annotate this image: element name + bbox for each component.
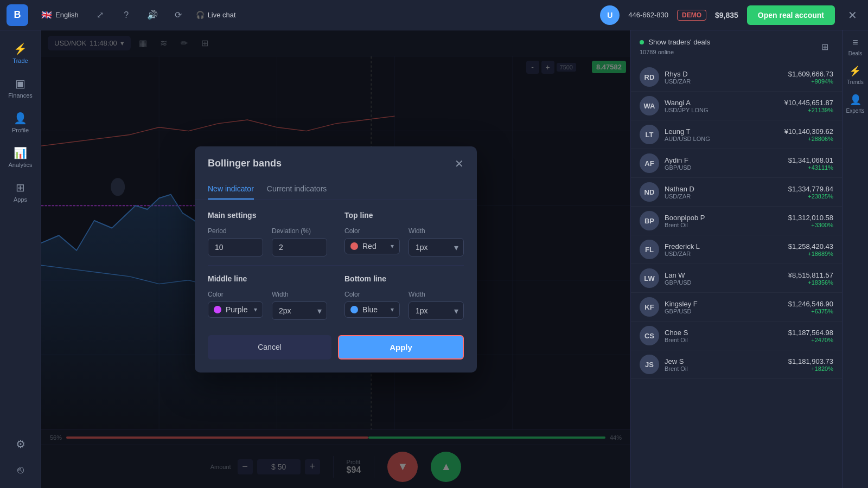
- trader-earnings: $1,246,546.90 +6375%: [788, 300, 833, 314]
- trader-pair: USD/ZAR: [665, 78, 783, 85]
- trader-name: Boonpipob P: [665, 214, 783, 222]
- sidebar-label-analytics: Analytics: [8, 162, 32, 168]
- trader-name: Rhys D: [665, 70, 783, 78]
- trader-info: Nathan D USD/ZAR: [665, 185, 783, 200]
- top-line-section: Top line Color Red ▾: [344, 211, 464, 256]
- gear-icon: ⚙: [16, 438, 25, 451]
- trader-earnings: $1,334,779.84 +23825%: [788, 185, 833, 200]
- middle-line-width-label: Width: [272, 291, 327, 298]
- trader-row: RD Rhys D USD/ZAR $1,609,666.73 +9094%: [631, 63, 842, 92]
- trader-info: Lan W GBP/USD: [665, 271, 783, 286]
- trader-amount: $1,312,010.58: [788, 214, 833, 222]
- settings-icon[interactable]: ⟳: [170, 7, 187, 24]
- trader-change: +43111%: [788, 164, 833, 171]
- bollinger-bands-modal: Bollinger bands ✕ New indicator Current …: [195, 146, 477, 373]
- sidebar-item-settings[interactable]: ⚙: [2, 432, 39, 456]
- far-right-item-experts[interactable]: 👤 Experts: [846, 94, 865, 114]
- tab-new-indicator[interactable]: New indicator: [208, 179, 254, 200]
- trader-row: CS Choe S Brent Oil $1,187,564.98 +2470%: [631, 322, 842, 350]
- deviation-field: Deviation (%): [272, 227, 327, 256]
- logo-icon[interactable]: B: [7, 4, 28, 26]
- trader-name: Wangi A: [665, 99, 779, 107]
- bottom-line-color-select[interactable]: Blue ▾: [344, 301, 400, 318]
- sidebar-item-profile[interactable]: 👤 Profile: [2, 106, 39, 139]
- trader-avatar: WA: [640, 96, 659, 115]
- trader-earnings: ¥10,140,309.62 +28806%: [784, 127, 833, 142]
- live-chat-button[interactable]: 🎧 Live chat: [196, 11, 236, 19]
- top-line-title: Top line: [344, 211, 464, 220]
- trader-name: Nathan D: [665, 185, 783, 193]
- volume-icon[interactable]: 🔊: [144, 7, 161, 24]
- traders-list: RD Rhys D USD/ZAR $1,609,666.73 +9094% W…: [631, 63, 842, 488]
- bottom-line-section: Bottom line Color Blue ▾: [344, 274, 464, 320]
- right-panel-header: Show traders' deals 10789 online ⊞: [631, 30, 842, 63]
- language-selector[interactable]: 🇬🇧 English: [37, 8, 83, 22]
- trader-change: +18689%: [788, 251, 833, 257]
- modal-footer: Cancel Apply: [195, 335, 477, 373]
- modal-close-button[interactable]: ✕: [455, 157, 464, 170]
- top-line-color-select[interactable]: Red ▾: [344, 238, 400, 254]
- trader-row: ND Nathan D USD/ZAR $1,334,779.84 +23825…: [631, 178, 842, 207]
- online-dot: [640, 40, 644, 44]
- period-label: Period: [208, 227, 263, 235]
- trader-row: BP Boonpipob P Brent Oil $1,312,010.58 +…: [631, 207, 842, 235]
- online-count: 10789 online: [640, 49, 674, 55]
- top-line-width-select[interactable]: 1px 2px 3px: [409, 238, 464, 256]
- apply-button[interactable]: Apply: [338, 335, 464, 359]
- sidebar-item-logout[interactable]: ⎋: [2, 458, 39, 481]
- cancel-button[interactable]: Cancel: [208, 335, 331, 359]
- trader-row: KF Kingsley F GBP/USD $1,246,546.90 +637…: [631, 293, 842, 322]
- trader-info: Aydin F GBP/USD: [665, 156, 783, 171]
- help-icon[interactable]: ?: [118, 7, 135, 24]
- trader-row: FL Frederick L USD/ZAR $1,258,420.43 +18…: [631, 235, 842, 264]
- period-input[interactable]: [208, 238, 263, 256]
- sidebar-item-finances[interactable]: ▣ Finances: [2, 72, 39, 104]
- bottom-line-color-label: Color: [344, 291, 400, 298]
- middle-line-title: Middle line: [208, 274, 327, 283]
- bottom-color-arrow: ▾: [391, 306, 394, 313]
- top-line-row: Color Red ▾ Width: [344, 227, 464, 256]
- far-right-item-deals[interactable]: ≡ Deals: [848, 37, 863, 56]
- trader-pair: GBP/USD: [665, 308, 783, 314]
- purple-color-dot: [214, 306, 221, 313]
- main-settings-title: Main settings: [208, 211, 327, 220]
- trader-row: LT Leung T AUD/USD LONG ¥10,140,309.62 +…: [631, 120, 842, 149]
- header: B 🇬🇧 English ⤢ ? 🔊 ⟳ 🎧 Live chat U 446-6…: [0, 0, 868, 30]
- deviation-input[interactable]: [272, 238, 327, 256]
- profile-icon: 👤: [14, 112, 27, 125]
- fullscreen-icon[interactable]: ⤢: [92, 7, 109, 24]
- main-settings-row: Period Deviation (%): [208, 227, 327, 256]
- main-settings-section: Main settings Period Deviation (%): [208, 211, 327, 256]
- user-id: 446-662-830: [628, 11, 668, 19]
- trader-earnings: ¥8,515,811.57 +18356%: [788, 271, 833, 286]
- middle-line-width-select[interactable]: 1px 2px 3px: [272, 301, 327, 320]
- top-line-color-label: Color: [344, 227, 400, 235]
- open-account-button[interactable]: Open real account: [747, 5, 835, 25]
- close-header-icon[interactable]: ✕: [844, 4, 861, 26]
- sidebar-item-apps[interactable]: ⊞ Apps: [2, 176, 39, 208]
- chat-icon: 🎧: [196, 11, 205, 19]
- top-line-width-label: Width: [409, 227, 464, 235]
- bottom-line-width-select[interactable]: 1px 2px 3px: [409, 301, 464, 320]
- flag-icon: 🇬🇧: [41, 10, 52, 20]
- modal-title: Bollinger bands: [208, 158, 282, 169]
- sidebar-item-trade[interactable]: ⚡ Trade: [2, 37, 39, 69]
- trader-name: Leung T: [665, 127, 779, 136]
- trader-pair: Brent Oil: [665, 222, 783, 228]
- sidebar-label-apps: Apps: [14, 196, 27, 203]
- trader-earnings: ¥10,445,651.87 +21139%: [784, 99, 833, 113]
- trader-change: +2470%: [788, 337, 833, 343]
- trader-avatar: RD: [640, 67, 659, 87]
- middle-line-row: Color Purple ▾ Width: [208, 291, 327, 320]
- far-right-item-trends[interactable]: ⚡ Trends: [847, 65, 864, 85]
- sidebar-item-analytics[interactable]: 📊 Analytics: [2, 141, 39, 174]
- filter-icon[interactable]: ⊞: [816, 38, 833, 55]
- demo-badge: DEMO: [677, 10, 706, 21]
- bottom-line-width-field: Width 1px 2px 3px: [409, 291, 464, 320]
- trader-avatar: KF: [640, 297, 659, 317]
- trader-change: +23825%: [788, 193, 833, 200]
- middle-line-color-select[interactable]: Purple ▾: [208, 301, 263, 318]
- trader-earnings: $1,181,903.73 +1820%: [788, 357, 833, 372]
- sidebar-label-finances: Finances: [8, 92, 33, 99]
- tab-current-indicators[interactable]: Current indicators: [267, 179, 327, 200]
